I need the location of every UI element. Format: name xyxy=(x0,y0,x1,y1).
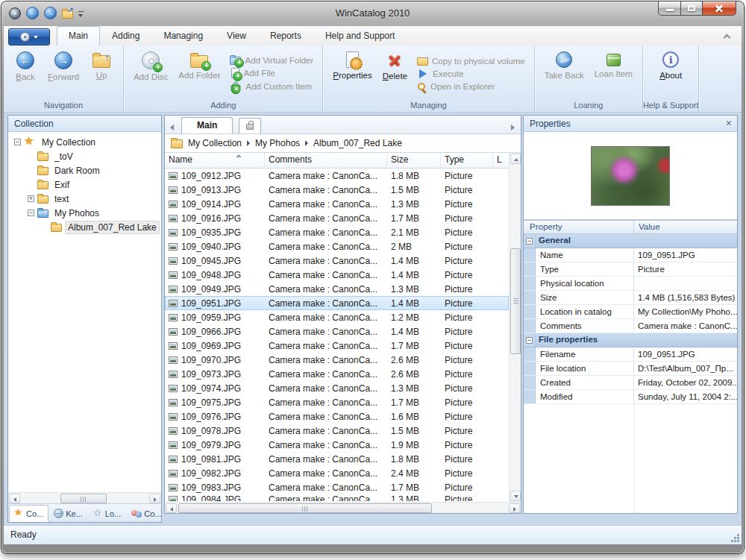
file-row-109-0976-jpg[interactable]: 109_0976.JPGCamera make : CanonCa...1.6 … xyxy=(165,409,509,424)
scroll-left-icon[interactable] xyxy=(9,494,20,503)
loan-item-button[interactable]: Loan Item xyxy=(590,48,637,99)
ribbon-tab-view[interactable]: View xyxy=(215,26,258,45)
file-row-109-0935-jpg[interactable]: 109_0935.JPGCamera make : CanonCa...2.1 … xyxy=(165,225,509,239)
resize-grip-icon[interactable] xyxy=(737,540,739,542)
tab-scroll-left-icon[interactable] xyxy=(168,120,177,133)
scroll-right-icon[interactable] xyxy=(509,503,520,513)
scroll-down-icon[interactable] xyxy=(510,491,521,501)
tree-item-dark-room[interactable]: Dark Room xyxy=(8,163,161,177)
file-row-109-0983-jpg[interactable]: 109_0983.JPGCamera make : CanonCa...1.7 … xyxy=(165,480,509,494)
scrollbar-thumb[interactable] xyxy=(178,503,432,513)
close-button[interactable] xyxy=(702,1,736,16)
ribbon-tab-help-and-support[interactable]: Help and Support xyxy=(313,26,407,45)
file-row-109-0914-jpg[interactable]: 109_0914.JPGCamera make : CanonCa...1.3 … xyxy=(165,197,509,211)
file-row-109-0973-jpg[interactable]: 109_0973.JPGCamera make : CanonCa...2.6 … xyxy=(165,367,509,381)
tree-item-text[interactable]: +text xyxy=(8,192,161,206)
collapse-icon[interactable]: − xyxy=(28,210,34,216)
file-row-109-0984-jpg[interactable]: 109_0984.JPGCamera make : CanonCa...1.3 … xyxy=(165,494,509,501)
property-row-file-location[interactable]: File locationD:\Test\Album_007_Пр... xyxy=(524,362,737,376)
panel-close-icon[interactable]: × xyxy=(726,118,732,128)
add-disc-button[interactable]: Add Disc xyxy=(129,48,172,99)
add-folder-button[interactable]: Add Folder xyxy=(174,48,225,99)
forward-button[interactable]: Forward xyxy=(43,48,84,99)
file-list-vertical-scrollbar[interactable] xyxy=(509,153,521,502)
property-row-filename[interactable]: Filename109_0951.JPG xyxy=(524,347,737,362)
file-row-109-0970-jpg[interactable]: 109_0970.JPGCamera make : CanonCa...2.6 … xyxy=(165,353,509,367)
add-file-button[interactable]: Add File xyxy=(230,68,313,78)
file-row-109-0978-jpg[interactable]: 109_0978.JPGCamera make : CanonCa...1.5 … xyxy=(165,424,509,438)
column-header-l[interactable]: L xyxy=(493,153,509,168)
open-in-explorer-button[interactable]: Open in Explorer xyxy=(417,82,525,91)
property-row-comments[interactable]: CommentsCamera make : CanonC... xyxy=(524,319,737,333)
column-header-comments[interactable]: Comments xyxy=(265,153,387,168)
file-row-109-0969-jpg[interactable]: 109_0969.JPGCamera make : CanonCa...1.7 … xyxy=(165,339,509,353)
file-row-109-0912-jpg[interactable]: 109_0912.JPGCamera make : CanonCa...1.8 … xyxy=(165,169,509,183)
file-list-horizontal-scrollbar[interactable] xyxy=(165,502,521,513)
up-button[interactable]: Up xyxy=(85,48,118,99)
ribbon-tab-managing[interactable]: Managing xyxy=(151,26,215,45)
file-row-109-0948-jpg[interactable]: 109_0948.JPGCamera make : CanonCa...1.4 … xyxy=(165,268,509,282)
scroll-up-icon[interactable] xyxy=(510,154,521,164)
take-back-button[interactable]: Take Back xyxy=(540,48,589,99)
execute-button[interactable]: Execute xyxy=(417,69,525,79)
property-section-general[interactable]: −General xyxy=(524,234,737,248)
file-row-109-0982-jpg[interactable]: 109_0982.JPGCamera make : CanonCa...2.4 … xyxy=(165,466,509,480)
file-row-109-0949-jpg[interactable]: 109_0949.JPGCamera make : CanonCa...1.3 … xyxy=(165,282,509,296)
file-row-109-0913-jpg[interactable]: 109_0913.JPGCamera make : CanonCa...1.5 … xyxy=(165,183,509,197)
property-row-location-in-catalog[interactable]: Location in catalogMy Collection\My Phoh… xyxy=(524,305,737,319)
column-header-type[interactable]: Type xyxy=(441,153,493,168)
property-row-size[interactable]: Size1.4 MB (1,516,583 Bytes) xyxy=(524,291,737,305)
property-row-type[interactable]: TypePicture xyxy=(524,262,737,277)
panel-tab-co[interactable]: Co... xyxy=(9,505,48,522)
breadcrumb-item-my-collection[interactable]: My Collection xyxy=(188,138,242,148)
tab-scroll-right-icon[interactable] xyxy=(509,120,518,133)
collapse-icon[interactable]: − xyxy=(14,139,21,145)
file-row-109-0979-jpg[interactable]: 109_0979.JPGCamera make : CanonCa...1.9 … xyxy=(165,438,509,452)
file-row-109-0974-jpg[interactable]: 109_0974.JPGCamera make : CanonCa...1.3 … xyxy=(165,381,509,395)
collapse-icon[interactable]: − xyxy=(526,238,533,245)
tree-item-exif[interactable]: Exif xyxy=(8,177,161,192)
add-virtual-folder-button[interactable]: Add Virtual Folder xyxy=(230,56,313,65)
file-row-109-0966-jpg[interactable]: 109_0966.JPGCamera make : CanonCa...1.4 … xyxy=(165,324,509,339)
maximize-button[interactable] xyxy=(680,1,702,16)
ribbon-collapse-icon[interactable] xyxy=(724,34,731,42)
panel-tab-lo[interactable]: Lo... xyxy=(88,505,126,522)
property-row-physical-location[interactable]: Physical location xyxy=(524,277,737,291)
breadcrumb-item-my-phohos[interactable]: My Phohos xyxy=(255,138,300,148)
file-row-109-0940-jpg[interactable]: 109_0940.JPGCamera make : CanonCa...2 MB… xyxy=(165,239,509,254)
file-row-109-0959-jpg[interactable]: 109_0959.JPGCamera make : CanonCa...1.2 … xyxy=(165,310,509,324)
tree-item-album-007-red-lake[interactable]: Album_007_Red Lake xyxy=(8,220,161,234)
scroll-left-icon[interactable] xyxy=(166,503,177,513)
file-row-109-0951-jpg[interactable]: 109_0951.JPGCamera make : CanonCa...1.4 … xyxy=(165,296,509,310)
scroll-right-icon[interactable] xyxy=(149,494,160,503)
file-row-109-0945-jpg[interactable]: 109_0945.JPGCamera make : CanonCa...1.4 … xyxy=(165,254,509,268)
property-row-modified[interactable]: ModifiedSunday, July 11, 2004 2:... xyxy=(524,390,737,404)
property-row-created[interactable]: CreatedFriday, October 02, 2009... xyxy=(524,376,737,390)
ribbon-tab-reports[interactable]: Reports xyxy=(258,26,313,45)
file-row-109-0981-jpg[interactable]: 109_0981.JPGCamera make : CanonCa...1.8 … xyxy=(165,452,509,466)
value-column-header[interactable]: Value xyxy=(634,221,737,233)
column-header-size[interactable]: Size xyxy=(387,153,441,168)
panel-tab-co[interactable]: Co... xyxy=(126,505,166,522)
tree-item-tov[interactable]: _toV xyxy=(8,149,161,163)
panel-tab-ke[interactable]: Ke... xyxy=(48,505,88,522)
expand-icon[interactable]: + xyxy=(28,195,34,202)
file-row-109-0916-jpg[interactable]: 109_0916.JPGCamera make : CanonCa...1.7 … xyxy=(165,211,509,225)
property-row-name[interactable]: Name109_0951.JPG xyxy=(524,248,737,262)
scrollbar-thumb[interactable] xyxy=(510,248,521,354)
property-column-header[interactable]: Property xyxy=(524,221,634,233)
tree-item-my-collection[interactable]: −My Collection xyxy=(8,135,161,149)
about-button[interactable]: About xyxy=(654,48,687,99)
document-tab-main[interactable]: Main xyxy=(181,117,233,133)
back-button[interactable]: Back xyxy=(9,48,42,99)
tree-item-my-phohos[interactable]: −My Phohos xyxy=(8,206,161,220)
delete-button[interactable]: Delete xyxy=(378,48,412,99)
breadcrumb-item-album-007-red-lake[interactable]: Album_007_Red Lake xyxy=(313,138,402,148)
collapse-icon[interactable]: − xyxy=(526,337,533,344)
application-menu-button[interactable] xyxy=(8,28,50,45)
properties-button[interactable]: Properties xyxy=(328,48,376,99)
collection-horizontal-scrollbar[interactable] xyxy=(8,492,161,503)
add-custom-item-button[interactable]: Add Custom Item xyxy=(230,81,313,92)
scrollbar-thumb[interactable] xyxy=(60,494,107,503)
column-header-name[interactable]: Name xyxy=(165,153,265,168)
